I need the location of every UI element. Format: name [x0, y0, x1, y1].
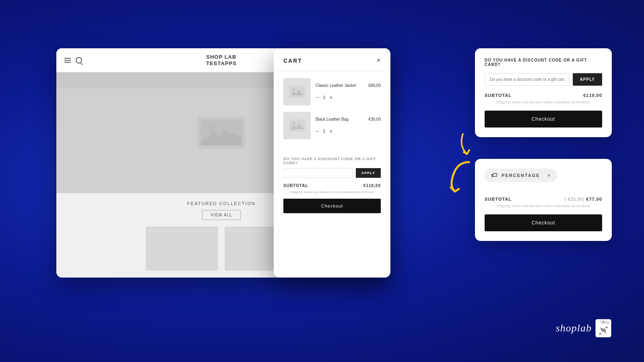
cart-item-2-qty-control: − 1 +	[316, 128, 381, 134]
search-icon[interactable]	[76, 57, 82, 64]
shoplab-text: shoplab	[556, 322, 592, 334]
percentage-discount-panel: 🏷 PERCENTAGE × SUBTOTAL (-€33,00)€77,00 …	[475, 159, 612, 241]
percentage-subtotal-original: (-€33,00)	[565, 197, 585, 202]
discount-code-panel: DO YOU HAVE A DISCOUNT CODE OR A GIFT CA…	[475, 48, 612, 137]
header-icons	[64, 57, 82, 64]
view-all-button[interactable]: VIEW ALL	[202, 210, 241, 220]
cart-title: CART	[283, 58, 302, 64]
percentage-shipping-note: Shipping, taxes and discount codes calcu…	[485, 204, 602, 208]
shoplab-tag-icon: %	[595, 319, 612, 338]
svg-rect-5	[289, 119, 305, 132]
svg-point-6	[292, 122, 295, 125]
cart-discount-row: APPLY	[283, 168, 381, 178]
cart-close-button[interactable]: ×	[376, 56, 381, 65]
cart-item-1-image	[283, 78, 311, 105]
cart-discount-label: DO YOU HAVE A DISCOUNT CODE OR A GIFT CA…	[283, 157, 381, 165]
panel-discount-row: APPLY	[485, 73, 602, 86]
panel-discount-title: DO YOU HAVE A DISCOUNT CODE OR A GIFT CA…	[485, 58, 602, 67]
percentage-badge: 🏷 PERCENTAGE ×	[485, 169, 557, 182]
cart-item-1-qty-decrease[interactable]: −	[316, 94, 319, 101]
cart-item-2-info: Black Leather Bag €30,00 − 1 +	[316, 117, 381, 134]
svg-point-13	[602, 321, 605, 323]
cart-item-2-price: €30,00	[368, 117, 381, 125]
panel-shipping-note: Shipping, taxes and discount codes calcu…	[485, 100, 602, 104]
svg-point-2	[208, 125, 215, 131]
panel-subtotal-label: SUBTOTAL	[485, 93, 512, 98]
cart-checkout-button[interactable]: Checkout	[283, 199, 381, 213]
shop-nav: SHOP LAB TESTAPPS	[206, 54, 237, 66]
panel-subtotal-value: €110,00	[583, 93, 602, 98]
percentage-subtotal-row: SUBTOTAL (-€33,00)€77,00	[485, 197, 602, 202]
percentage-badge-row: 🏷 PERCENTAGE ×	[485, 169, 602, 189]
percentage-checkout-button[interactable]: Checkout	[485, 214, 602, 231]
svg-rect-3	[289, 86, 305, 98]
svg-point-11	[606, 327, 608, 329]
panel-apply-button[interactable]: APPLY	[573, 73, 602, 86]
cart-item-1-qty-control: − 1 +	[316, 94, 381, 101]
cart-item-1-qty-value: 1	[323, 95, 325, 100]
cart-footer: DO YOU HAVE A DISCOUNT CODE OR A GIFT CA…	[274, 152, 390, 218]
cart-shipping-note: Shipping, taxes and discount codes calcu…	[283, 190, 381, 194]
cart-header: CART ×	[274, 48, 390, 72]
percentage-subtotal-value: €77,00	[586, 197, 602, 202]
cart-modal: CART × Classic Leather Jacket €80,00 − 1	[274, 48, 390, 278]
percentage-badge-close[interactable]: ×	[547, 172, 551, 179]
percentage-badge-text: PERCENTAGE	[502, 173, 540, 178]
product-card-1	[146, 226, 218, 271]
cart-item-2: Black Leather Bag €30,00 − 1 +	[283, 112, 381, 139]
cart-item-1-qty-increase[interactable]: +	[329, 94, 332, 101]
cart-discount-input[interactable]	[283, 168, 353, 178]
shoplab-logo: shoplab %	[556, 319, 612, 338]
percentage-badge-icon: 🏷	[491, 172, 497, 179]
cart-item-1: Classic Leather Jacket €80,00 − 1 +	[283, 78, 381, 105]
cart-item-1-info: Classic Leather Jacket €80,00 − 1 +	[316, 83, 381, 101]
hamburger-menu-icon[interactable]	[64, 58, 71, 63]
cart-apply-button[interactable]: APPLY	[356, 168, 381, 178]
cart-item-2-name: Black Leather Bag	[316, 117, 349, 121]
svg-point-12	[599, 333, 601, 335]
cart-items-list: Classic Leather Jacket €80,00 − 1 +	[274, 72, 390, 152]
panel-subtotal-row: SUBTOTAL €110,00	[485, 93, 602, 98]
cart-item-1-name: Classic Leather Jacket	[316, 83, 356, 88]
panel-discount-input[interactable]	[485, 73, 570, 86]
cart-item-2-qty-value: 1	[323, 129, 325, 134]
curved-arrow-icon	[445, 156, 477, 196]
percentage-subtotal-label: SUBTOTAL	[485, 197, 512, 202]
cart-subtotal-value: €110,00	[363, 183, 381, 188]
cart-item-1-price: €80,00	[368, 83, 381, 91]
cart-item-2-qty-decrease[interactable]: −	[316, 128, 319, 134]
svg-point-4	[292, 88, 295, 91]
right-panels: DO YOU HAVE A DISCOUNT CODE OR A GIFT CA…	[475, 48, 612, 241]
shop-name: SHOP LAB TESTAPPS	[206, 54, 237, 66]
cart-subtotal-label: SUBTOTAL	[283, 183, 308, 188]
cart-subtotal-row: SUBTOTAL €110,00	[283, 183, 381, 188]
cart-item-2-image	[283, 112, 311, 139]
cart-item-2-qty-increase[interactable]: +	[329, 128, 332, 134]
panel-checkout-button[interactable]: Checkout	[485, 111, 602, 128]
percentage-subtotal-values: (-€33,00)€77,00	[565, 197, 602, 202]
hero-image-placeholder	[197, 117, 246, 149]
